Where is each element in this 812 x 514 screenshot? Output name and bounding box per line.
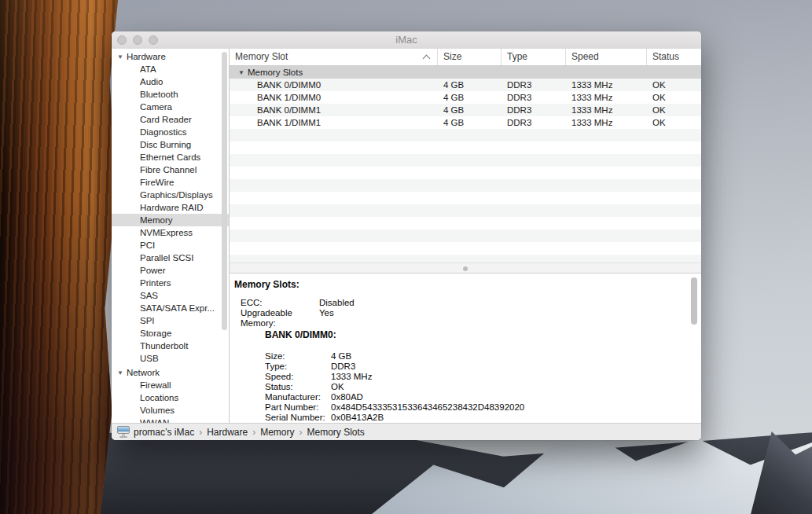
sidebar-item-ethernet-cards[interactable]: Ethernet Cards xyxy=(112,151,229,163)
cell-type: DDR3 xyxy=(501,104,565,116)
details-scrollbar[interactable] xyxy=(691,277,697,325)
sidebar-item-pci[interactable]: PCI xyxy=(112,239,229,251)
detail-value: 4 GB xyxy=(331,351,351,362)
sidebar-item-sas[interactable]: SAS xyxy=(112,289,229,302)
sidebar-item-sata-sata-expr-[interactable]: SATA/SATA Expr... xyxy=(112,302,229,314)
column-header-status[interactable]: Status xyxy=(646,49,701,65)
sidebar-item-diagnostics[interactable]: Diagnostics xyxy=(112,126,229,138)
cell-slot: BANK 1/DIMM1 xyxy=(230,116,437,129)
column-header-speed[interactable]: Speed xyxy=(565,49,646,65)
cell-speed: 1333 MHz xyxy=(565,91,646,104)
main-pane: Memory Slot Size Type Speed Status ▼Memo… xyxy=(230,49,701,423)
sidebar-item-card-reader[interactable]: Card Reader xyxy=(112,113,229,126)
sidebar-item-fibre-channel[interactable]: Fibre Channel xyxy=(112,163,229,176)
sidebar-item-usb[interactable]: USB xyxy=(112,352,229,365)
cell-size: 4 GB xyxy=(437,91,501,104)
details-pane: Memory Slots: ECC:DisabledUpgradeable Me… xyxy=(230,274,701,423)
window-titlebar[interactable]: iMac xyxy=(112,31,701,50)
sidebar-item-disc-burning[interactable]: Disc Burning xyxy=(112,138,229,151)
sidebar-item-wwan[interactable]: WWAN xyxy=(112,417,229,423)
detail-line: ECC:Disabled xyxy=(241,298,701,308)
sidebar-scrollbar[interactable] xyxy=(222,52,227,330)
sidebar-item-audio[interactable]: Audio xyxy=(112,75,229,88)
sidebar-item-thunderbolt[interactable]: Thunderbolt xyxy=(112,340,229,352)
imac-icon-base xyxy=(119,436,127,438)
sidebar-group-label: Hardware xyxy=(127,52,166,61)
disclosure-triangle-icon[interactable]: ▼ xyxy=(238,69,244,76)
detail-label: Type: xyxy=(265,362,331,372)
cell-slot: BANK 0/DIMM0 xyxy=(230,79,437,91)
cell-status: OK xyxy=(646,91,701,104)
table-group-row[interactable]: ▼Memory Slots xyxy=(230,66,701,79)
detail-line: Serial Number:0x0B413A2B xyxy=(265,413,701,423)
detail-label: Manufacturer: xyxy=(265,392,331,402)
cell-speed: 1333 MHz xyxy=(565,116,646,129)
sidebar-item-ata[interactable]: ATA xyxy=(112,63,229,75)
detail-label: Upgradeable Memory: xyxy=(241,308,319,318)
sidebar-item-graphics-displays[interactable]: Graphics/Displays xyxy=(112,189,229,201)
table-row[interactable]: BANK 1/DIMM14 GBDDR31333 MHzOK xyxy=(230,116,701,129)
desktop: iMac ▼HardwareATAAudioBluetoothCameraCar… xyxy=(0,0,812,514)
detail-value: OK xyxy=(331,382,344,392)
table-rows: BANK 0/DIMM04 GBDDR31333 MHzOKBANK 1/DIM… xyxy=(230,79,701,263)
window-content: ▼HardwareATAAudioBluetoothCameraCard Rea… xyxy=(112,49,701,423)
disclosure-triangle-icon[interactable]: ▼ xyxy=(117,51,123,64)
sidebar-item-parallel-scsi[interactable]: Parallel SCSI xyxy=(112,251,229,264)
table-row[interactable]: BANK 1/DIMM04 GBDDR31333 MHzOK xyxy=(230,91,701,104)
sidebar-item-power[interactable]: Power xyxy=(112,264,229,277)
imac-icon xyxy=(117,426,130,438)
sidebar-item-storage[interactable]: Storage xyxy=(112,327,229,340)
detail-line: Upgradeable Memory:Yes xyxy=(241,308,701,318)
sidebar-item-firewire[interactable]: FireWire xyxy=(112,176,229,189)
table-row[interactable]: BANK 0/DIMM14 GBDDR31333 MHzOK xyxy=(230,104,701,116)
group-row-label: Memory Slots xyxy=(248,68,303,77)
column-header-label: Speed xyxy=(571,51,599,62)
cell-slot: BANK 0/DIMM1 xyxy=(230,104,437,116)
sidebar-item-nvmexpress[interactable]: NVMExpress xyxy=(112,226,229,239)
disclosure-triangle-icon[interactable]: ▼ xyxy=(117,367,123,380)
details-heading: Memory Slots: xyxy=(234,279,701,290)
breadcrumb-segment: Memory Slots xyxy=(307,427,365,438)
cell-type: DDR3 xyxy=(501,91,565,104)
detail-label: Speed: xyxy=(265,372,331,382)
column-header-memory-slot[interactable]: Memory Slot xyxy=(230,49,437,65)
breadcrumb-segment: promac’s iMac xyxy=(134,427,194,438)
table-row[interactable]: BANK 0/DIMM04 GBDDR31333 MHzOK xyxy=(230,79,701,91)
pane-splitter[interactable] xyxy=(230,263,701,274)
column-header-type[interactable]: Type xyxy=(501,49,565,65)
cell-speed: 1333 MHz xyxy=(565,79,646,91)
status-bar: promac’s iMac›Hardware›Memory›Memory Slo… xyxy=(112,423,701,440)
sidebar-item-firewall[interactable]: Firewall xyxy=(112,379,229,391)
sidebar-item-hardware-raid[interactable]: Hardware RAID xyxy=(112,201,229,214)
wallpaper-cliff xyxy=(0,0,118,514)
sidebar-item-volumes[interactable]: Volumes xyxy=(112,404,229,417)
column-header-label: Size xyxy=(443,51,461,62)
detail-value: 0x80AD xyxy=(331,392,363,402)
cell-slot: BANK 1/DIMM0 xyxy=(230,91,437,104)
splitter-handle-icon[interactable] xyxy=(463,266,468,271)
sidebar-group-network[interactable]: ▼Network xyxy=(112,366,229,379)
sidebar-group-hardware[interactable]: ▼Hardware xyxy=(112,50,229,63)
cell-size: 4 GB xyxy=(437,104,501,116)
detail-line: Manufacturer:0x80AD xyxy=(265,392,701,402)
detail-label: Part Number: xyxy=(265,402,331,413)
cell-status: OK xyxy=(646,116,701,129)
details-subheading: BANK 0/DIMM0: xyxy=(265,329,701,340)
detail-label: ECC: xyxy=(241,298,319,308)
sidebar-item-locations[interactable]: Locations xyxy=(112,391,229,404)
detail-value: Yes xyxy=(319,308,334,318)
breadcrumb: promac’s iMac›Hardware›Memory›Memory Slo… xyxy=(134,427,365,438)
breadcrumb-separator-icon: › xyxy=(299,427,303,438)
sidebar: ▼HardwareATAAudioBluetoothCameraCard Rea… xyxy=(112,49,230,423)
detail-value: 1333 MHz xyxy=(331,372,372,382)
cell-status: OK xyxy=(646,104,701,116)
breadcrumb-separator-icon: › xyxy=(199,427,202,438)
column-header-size[interactable]: Size xyxy=(437,49,501,65)
window-title: iMac xyxy=(112,31,701,49)
sidebar-item-memory[interactable]: Memory xyxy=(112,214,229,226)
sidebar-item-spi[interactable]: SPI xyxy=(112,314,229,327)
sidebar-item-camera[interactable]: Camera xyxy=(112,101,229,113)
sidebar-item-bluetooth[interactable]: Bluetooth xyxy=(112,88,229,101)
detail-value: Disabled xyxy=(319,298,355,308)
sidebar-item-printers[interactable]: Printers xyxy=(112,277,229,289)
